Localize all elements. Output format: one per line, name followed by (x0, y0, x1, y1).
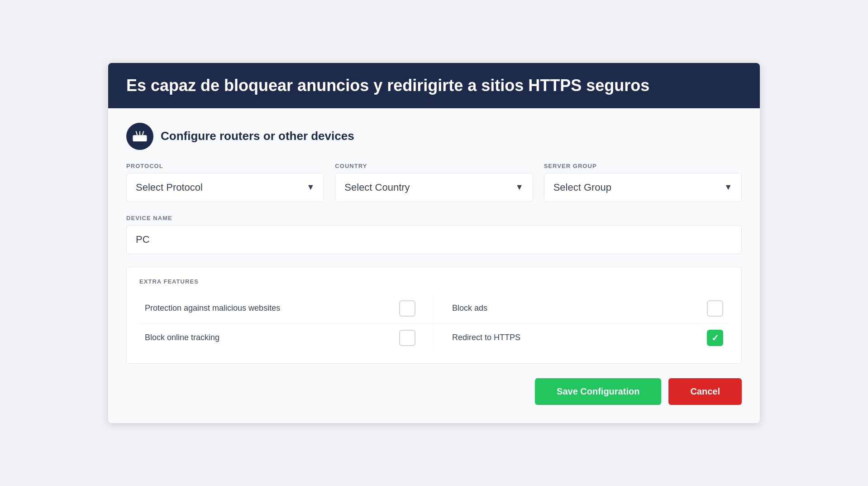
country-field-group: COUNTRY Select Country ▼ (335, 163, 533, 202)
server-group-select-text: Select Group (553, 182, 611, 193)
checkbox-block-ads[interactable] (707, 300, 723, 317)
server-group-field-group: SERVER GROUP Select Group ▼ (544, 163, 742, 202)
extra-features-section: EXTRA FEATURES Protection against malici… (126, 267, 742, 364)
modal-container: Es capaz de bloquear anuncios y redirigi… (108, 63, 760, 423)
country-select-text: Select Country (344, 182, 410, 193)
protocol-label: PROTOCOL (126, 163, 324, 169)
router-icon (132, 129, 148, 144)
save-configuration-button[interactable]: Save Configuration (535, 378, 661, 405)
protocol-chevron-icon: ▼ (307, 183, 315, 192)
features-grid: Protection against malicious websites Bl… (139, 294, 729, 352)
page-title: Configure routers or other devices (161, 129, 354, 143)
checkbox-https[interactable] (707, 330, 723, 346)
country-chevron-icon: ▼ (515, 183, 524, 192)
feature-label-malicious: Protection against malicious websites (145, 303, 280, 313)
svg-point-2 (137, 137, 138, 139)
protocol-select-text: Select Protocol (136, 182, 203, 193)
dropdowns-row: PROTOCOL Select Protocol ▼ COUNTRY Selec… (126, 163, 742, 202)
extra-features-title: EXTRA FEATURES (139, 278, 729, 285)
protocol-field-group: PROTOCOL Select Protocol ▼ (126, 163, 324, 202)
device-name-input[interactable] (127, 226, 741, 254)
server-group-chevron-icon: ▼ (724, 183, 732, 192)
svg-line-4 (136, 131, 138, 135)
feature-label-block-ads: Block ads (452, 303, 487, 313)
cancel-button[interactable]: Cancel (668, 378, 742, 405)
protocol-select-wrapper: Select Protocol ▼ (126, 173, 324, 202)
content-area: Configure routers or other devices PROTO… (108, 108, 760, 423)
header-row: Configure routers or other devices (126, 123, 742, 150)
feature-label-tracking: Block online tracking (145, 333, 219, 342)
banner-text: Es capaz de bloquear anuncios y redirigi… (126, 76, 742, 95)
feature-row-tracking: Block online tracking (139, 323, 434, 352)
banner: Es capaz de bloquear anuncios y redirigi… (108, 63, 760, 108)
protocol-select[interactable]: Select Protocol ▼ (127, 173, 324, 202)
server-group-select-wrapper: Select Group ▼ (544, 173, 742, 202)
country-label: COUNTRY (335, 163, 533, 169)
country-select-wrapper: Select Country ▼ (335, 173, 533, 202)
server-group-label: SERVER GROUP (544, 163, 742, 169)
svg-point-1 (135, 137, 136, 139)
device-icon (126, 123, 153, 150)
device-name-label: DEVICE NAME (126, 215, 742, 221)
server-group-select[interactable]: Select Group ▼ (544, 173, 741, 202)
feature-row-https: Redirect to HTTPS (434, 323, 729, 352)
feature-label-https: Redirect to HTTPS (452, 333, 520, 342)
country-select[interactable]: Select Country ▼ (335, 173, 532, 202)
svg-point-3 (140, 137, 141, 139)
checkbox-tracking[interactable] (399, 330, 415, 346)
buttons-row: Save Configuration Cancel (126, 378, 742, 405)
feature-row-block-ads: Block ads (434, 294, 729, 323)
feature-row-malicious: Protection against malicious websites (139, 294, 434, 323)
device-name-input-wrapper (126, 225, 742, 254)
svg-line-6 (143, 131, 144, 135)
checkbox-malicious[interactable] (399, 300, 415, 317)
device-name-section: DEVICE NAME (126, 215, 742, 254)
